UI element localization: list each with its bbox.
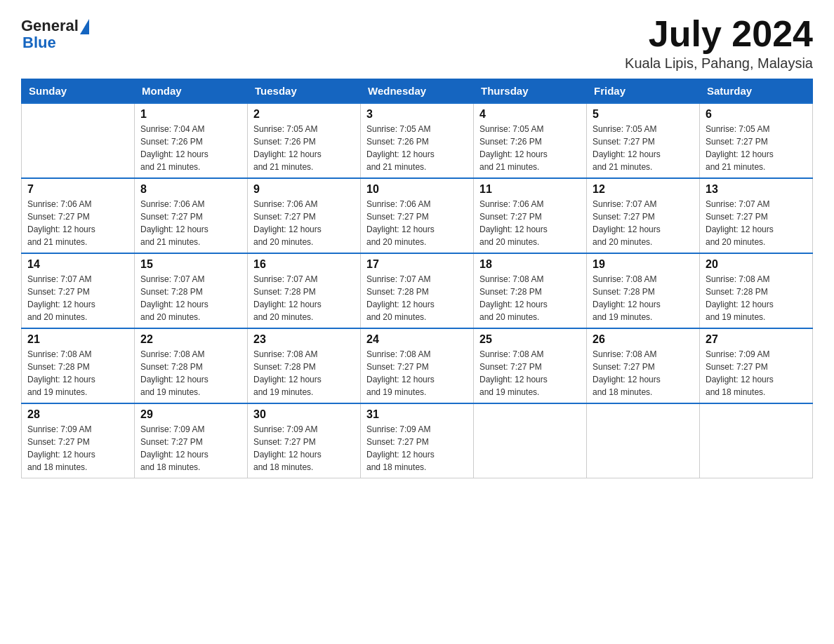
table-row: 29Sunrise: 7:09 AMSunset: 7:27 PMDayligh… xyxy=(135,403,248,478)
table-row: 7Sunrise: 7:06 AMSunset: 7:27 PMDaylight… xyxy=(22,178,135,253)
title-block: July 2024 Kuala Lipis, Pahang, Malaysia xyxy=(625,14,813,72)
day-number: 11 xyxy=(479,183,581,196)
day-number: 22 xyxy=(140,333,241,346)
table-row: 15Sunrise: 7:07 AMSunset: 7:28 PMDayligh… xyxy=(135,253,248,328)
day-number: 12 xyxy=(593,183,694,196)
calendar-header-row: Sunday Monday Tuesday Wednesday Thursday… xyxy=(22,79,813,104)
table-row: 8Sunrise: 7:06 AMSunset: 7:27 PMDaylight… xyxy=(135,178,248,253)
table-row: 1Sunrise: 7:04 AMSunset: 7:26 PMDaylight… xyxy=(135,103,248,178)
calendar-week-1: 1Sunrise: 7:04 AMSunset: 7:26 PMDaylight… xyxy=(22,103,813,178)
table-row: 22Sunrise: 7:08 AMSunset: 7:28 PMDayligh… xyxy=(135,328,248,403)
day-info: Sunrise: 7:05 AMSunset: 7:26 PMDaylight:… xyxy=(479,123,581,173)
day-number: 10 xyxy=(366,183,468,196)
col-sunday: Sunday xyxy=(22,79,135,104)
table-row: 25Sunrise: 7:08 AMSunset: 7:27 PMDayligh… xyxy=(474,328,587,403)
day-number: 14 xyxy=(27,258,128,271)
day-info: Sunrise: 7:06 AMSunset: 7:27 PMDaylight:… xyxy=(366,198,468,248)
table-row: 5Sunrise: 7:05 AMSunset: 7:27 PMDaylight… xyxy=(587,103,700,178)
col-thursday: Thursday xyxy=(474,79,587,104)
day-info: Sunrise: 7:08 AMSunset: 7:28 PMDaylight:… xyxy=(593,273,694,323)
day-number: 13 xyxy=(706,183,807,196)
col-monday: Monday xyxy=(135,79,248,104)
calendar-week-3: 14Sunrise: 7:07 AMSunset: 7:27 PMDayligh… xyxy=(22,253,813,328)
day-number: 2 xyxy=(253,108,355,121)
day-number: 17 xyxy=(366,258,468,271)
calendar-week-2: 7Sunrise: 7:06 AMSunset: 7:27 PMDaylight… xyxy=(22,178,813,253)
day-info: Sunrise: 7:08 AMSunset: 7:28 PMDaylight:… xyxy=(479,273,581,323)
table-row: 16Sunrise: 7:07 AMSunset: 7:28 PMDayligh… xyxy=(248,253,361,328)
day-info: Sunrise: 7:09 AMSunset: 7:27 PMDaylight:… xyxy=(706,348,807,398)
table-row: 4Sunrise: 7:05 AMSunset: 7:26 PMDaylight… xyxy=(474,103,587,178)
day-info: Sunrise: 7:09 AMSunset: 7:27 PMDaylight:… xyxy=(253,423,355,474)
day-info: Sunrise: 7:06 AMSunset: 7:27 PMDaylight:… xyxy=(253,198,355,248)
day-info: Sunrise: 7:08 AMSunset: 7:28 PMDaylight:… xyxy=(140,348,241,398)
table-row: 24Sunrise: 7:08 AMSunset: 7:27 PMDayligh… xyxy=(361,328,474,403)
day-number: 7 xyxy=(27,183,128,196)
logo-general: General xyxy=(21,18,79,34)
day-number: 19 xyxy=(593,258,694,271)
day-number: 5 xyxy=(593,108,694,121)
logo-blue: Blue xyxy=(22,34,56,51)
day-number: 30 xyxy=(253,408,355,421)
table-row xyxy=(700,403,813,478)
table-row: 27Sunrise: 7:09 AMSunset: 7:27 PMDayligh… xyxy=(700,328,813,403)
day-info: Sunrise: 7:07 AMSunset: 7:27 PMDaylight:… xyxy=(27,273,128,323)
table-row: 30Sunrise: 7:09 AMSunset: 7:27 PMDayligh… xyxy=(248,403,361,478)
calendar-table: Sunday Monday Tuesday Wednesday Thursday… xyxy=(21,79,813,478)
table-row: 23Sunrise: 7:08 AMSunset: 7:28 PMDayligh… xyxy=(248,328,361,403)
table-row: 11Sunrise: 7:06 AMSunset: 7:27 PMDayligh… xyxy=(474,178,587,253)
day-number: 3 xyxy=(366,108,468,121)
table-row: 13Sunrise: 7:07 AMSunset: 7:27 PMDayligh… xyxy=(700,178,813,253)
calendar-week-4: 21Sunrise: 7:08 AMSunset: 7:28 PMDayligh… xyxy=(22,328,813,403)
day-info: Sunrise: 7:09 AMSunset: 7:27 PMDaylight:… xyxy=(140,423,241,474)
day-info: Sunrise: 7:05 AMSunset: 7:27 PMDaylight:… xyxy=(706,123,807,173)
day-number: 1 xyxy=(140,108,241,121)
day-number: 29 xyxy=(140,408,241,421)
day-info: Sunrise: 7:07 AMSunset: 7:27 PMDaylight:… xyxy=(593,198,694,248)
col-saturday: Saturday xyxy=(700,79,813,104)
day-number: 6 xyxy=(706,108,807,121)
day-info: Sunrise: 7:09 AMSunset: 7:27 PMDaylight:… xyxy=(366,423,468,474)
logo: General Blue xyxy=(21,18,89,51)
day-info: Sunrise: 7:06 AMSunset: 7:27 PMDaylight:… xyxy=(479,198,581,248)
day-info: Sunrise: 7:06 AMSunset: 7:27 PMDaylight:… xyxy=(140,198,241,248)
page-subtitle: Kuala Lipis, Pahang, Malaysia xyxy=(625,55,813,72)
day-number: 28 xyxy=(27,408,128,421)
col-wednesday: Wednesday xyxy=(361,79,474,104)
table-row: 3Sunrise: 7:05 AMSunset: 7:26 PMDaylight… xyxy=(361,103,474,178)
table-row: 9Sunrise: 7:06 AMSunset: 7:27 PMDaylight… xyxy=(248,178,361,253)
table-row: 26Sunrise: 7:08 AMSunset: 7:27 PMDayligh… xyxy=(587,328,700,403)
table-row xyxy=(474,403,587,478)
table-row: 14Sunrise: 7:07 AMSunset: 7:27 PMDayligh… xyxy=(22,253,135,328)
table-row: 12Sunrise: 7:07 AMSunset: 7:27 PMDayligh… xyxy=(587,178,700,253)
day-number: 15 xyxy=(140,258,241,271)
day-info: Sunrise: 7:06 AMSunset: 7:27 PMDaylight:… xyxy=(27,198,128,248)
table-row: 28Sunrise: 7:09 AMSunset: 7:27 PMDayligh… xyxy=(22,403,135,478)
day-info: Sunrise: 7:09 AMSunset: 7:27 PMDaylight:… xyxy=(27,423,128,474)
table-row: 31Sunrise: 7:09 AMSunset: 7:27 PMDayligh… xyxy=(361,403,474,478)
day-number: 20 xyxy=(706,258,807,271)
logo-triangle-icon xyxy=(80,19,89,34)
day-info: Sunrise: 7:07 AMSunset: 7:28 PMDaylight:… xyxy=(253,273,355,323)
day-number: 24 xyxy=(366,333,468,346)
table-row xyxy=(587,403,700,478)
table-row: 18Sunrise: 7:08 AMSunset: 7:28 PMDayligh… xyxy=(474,253,587,328)
page-title: July 2024 xyxy=(625,14,813,54)
day-info: Sunrise: 7:07 AMSunset: 7:28 PMDaylight:… xyxy=(140,273,241,323)
col-tuesday: Tuesday xyxy=(248,79,361,104)
day-number: 25 xyxy=(479,333,581,346)
day-info: Sunrise: 7:05 AMSunset: 7:26 PMDaylight:… xyxy=(253,123,355,173)
day-info: Sunrise: 7:08 AMSunset: 7:28 PMDaylight:… xyxy=(27,348,128,398)
day-info: Sunrise: 7:07 AMSunset: 7:28 PMDaylight:… xyxy=(366,273,468,323)
day-number: 27 xyxy=(706,333,807,346)
table-row: 21Sunrise: 7:08 AMSunset: 7:28 PMDayligh… xyxy=(22,328,135,403)
day-info: Sunrise: 7:05 AMSunset: 7:27 PMDaylight:… xyxy=(593,123,694,173)
day-info: Sunrise: 7:08 AMSunset: 7:28 PMDaylight:… xyxy=(253,348,355,398)
day-info: Sunrise: 7:04 AMSunset: 7:26 PMDaylight:… xyxy=(140,123,241,173)
day-number: 31 xyxy=(366,408,468,421)
table-row xyxy=(22,103,135,178)
day-info: Sunrise: 7:08 AMSunset: 7:27 PMDaylight:… xyxy=(366,348,468,398)
page-header: General Blue July 2024 Kuala Lipis, Paha… xyxy=(21,14,813,72)
day-number: 18 xyxy=(479,258,581,271)
table-row: 2Sunrise: 7:05 AMSunset: 7:26 PMDaylight… xyxy=(248,103,361,178)
